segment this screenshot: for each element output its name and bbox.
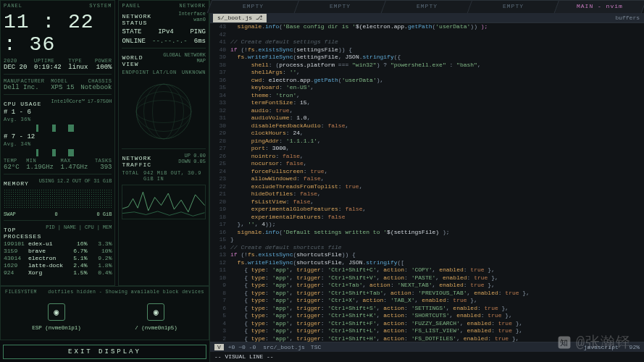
online-label: ONLINE — [122, 38, 145, 45]
process-row[interactable]: 3159brave6.7%10% — [4, 248, 112, 254]
type-value: linux — [68, 64, 88, 71]
editor-tab[interactable]: EMPTY — [380, 0, 472, 13]
code-line[interactable]: 9 { type: 'app', trigger: 'Ctrl+Tab', ac… — [213, 282, 644, 290]
min-value: 1.19GHz — [26, 164, 54, 171]
code-line[interactable]: 29 clockHours: 24, — [213, 130, 644, 138]
code-line[interactable]: 3 { type: 'app', trigger: 'Ctrl+Shift+L'… — [213, 327, 644, 335]
code-line[interactable]: 39 fs.writeFileSync(settingsFile, JSON.s… — [213, 54, 644, 62]
chassis-label: CHASSIS — [88, 78, 112, 84]
traffic-summary: UP 0.00 DOWN 0.05 — [170, 153, 206, 168]
editor-tab[interactable]: EMPTY — [294, 0, 386, 13]
code-line[interactable]: 35 keyboard: 'en-US', — [213, 84, 644, 92]
cpu-chip: Intel®Core™ i7-9750H — [51, 98, 112, 107]
editor-tab[interactable]: EMPTY — [207, 0, 299, 13]
process-row[interactable]: 43014electron5.1%9.2% — [4, 255, 112, 261]
code-line[interactable]: 17 }, '', 4)); — [213, 221, 644, 229]
code-line[interactable]: 42 — [213, 31, 644, 39]
status-path: src/_boot.js — [263, 344, 305, 350]
power-value: 100% — [96, 64, 112, 71]
code-line[interactable]: 43 signale.info('Base config dir is '$(e… — [213, 23, 644, 31]
procs-head-name: NAME — [64, 224, 76, 240]
code-line[interactable]: 5 { type: 'app', trigger: 'Ctrl+Shift+K'… — [213, 312, 644, 320]
uptime-label: UPTIME — [34, 58, 54, 64]
editor-tabs: EMPTYEMPTYEMPTYEMPTYMAIN - nvim — [210, 0, 644, 13]
maker-label: MANUFACTURER — [4, 78, 44, 84]
type-label: TYPE — [68, 58, 82, 64]
mode-badge: V — [214, 344, 224, 350]
code-line[interactable]: 22 excludeThreadsFromToplist: true, — [213, 183, 644, 191]
editor-tab[interactable]: MAIN - nvim — [554, 0, 644, 13]
swap-label: SWAP — [4, 211, 16, 217]
code-line[interactable]: 7 { type: 'app', trigger: 'Ctrl+X', acti… — [213, 297, 644, 305]
code-line[interactable]: 28 pingAddr: '1.1.1.1', — [213, 138, 644, 146]
code-line[interactable]: 10 { type: 'app', trigger: 'Ctrl+Shift+V… — [213, 274, 644, 282]
process-row[interactable]: 924Xorg1.5%0.4% — [4, 269, 112, 276]
code-line[interactable]: 21 hideDotfiles: false, — [213, 190, 644, 198]
drive-icon: ◉ — [48, 303, 65, 321]
power-label: POWER — [95, 58, 112, 64]
command-line[interactable]: -- VISUAL LINE -- — [210, 352, 644, 362]
code-line[interactable]: 30 disableFeedbackAudio: false, — [213, 122, 644, 130]
procs-head-pid: PID — [46, 224, 55, 240]
buffers-label: buffers — [615, 14, 640, 21]
temp-value: 62°C — [4, 164, 20, 171]
code-line[interactable]: 8 { type: 'app', trigger: 'Ctrl+Shift+Ta… — [213, 290, 644, 298]
code-line[interactable]: 4 { type: 'app', trigger: 'Ctrl+Shift+F'… — [213, 320, 644, 328]
code-line[interactable]: 14// Create default shortcuts file — [213, 244, 644, 252]
code-line[interactable]: 18 experimentalFeatures: false — [213, 214, 644, 222]
status-ft-tag: TSC — [311, 344, 321, 350]
exit-button[interactable]: EXIT DISPLAY — [3, 345, 206, 359]
code-line[interactable]: 23 allowWindowed: false, — [213, 175, 644, 183]
code-line[interactable]: 13if (!fs.existsSync(shortcutsFile)) { — [213, 251, 644, 259]
svg-point-5 — [136, 84, 191, 139]
code-line[interactable]: 6 { type: 'app', trigger: 'Ctrl+Shift+S'… — [213, 305, 644, 313]
code-line[interactable]: 40if (!fs.existsSync(settingsFile)) { — [213, 46, 644, 54]
code-line[interactable]: 26 nointro: false, — [213, 153, 644, 161]
cpu-title: CPU USAGE — [4, 101, 41, 107]
code-line[interactable]: 19 experimentalGlobeFeatures: false, — [213, 206, 644, 214]
code-line[interactable]: 2 { type: 'app', trigger: 'Ctrl+Shift+H'… — [213, 335, 644, 342]
maker-value: Dell Inc. — [4, 84, 39, 91]
code-line[interactable]: 12 fs.writeFileSync(shortcutsFile, JSON.… — [213, 259, 644, 267]
code-line[interactable]: 32 audio: true, — [213, 107, 644, 115]
code-area[interactable]: 43 signale.info('Base config dir is '$(e… — [210, 23, 644, 342]
code-line[interactable]: 36 cwd: electron.app.getPath('userData')… — [213, 77, 644, 85]
code-line[interactable]: 33 termFontSize: 15, — [213, 99, 644, 107]
cpu-spark-2 — [4, 149, 112, 156]
file-branch-icon: ⎇ — [256, 14, 262, 21]
globe-icon — [122, 77, 206, 146]
network-label: NETWORK — [180, 3, 206, 9]
world-title: WORLD VIEW — [122, 54, 156, 67]
drive-item[interactable]: ◉/ (nvme0n1p5) — [135, 303, 177, 331]
max-label: MAX — [61, 158, 71, 164]
drive-item[interactable]: ◉ESP (nvme0n1p1) — [32, 303, 81, 331]
code-line[interactable]: 27 port: 3000, — [213, 145, 644, 153]
code-line[interactable]: 34 theme: 'tron', — [213, 92, 644, 100]
cpu-spark-1 — [4, 125, 112, 132]
code-line[interactable]: 15} — [213, 236, 644, 244]
svg-point-2 — [136, 91, 191, 131]
code-line[interactable]: 31 audioVolume: 1.0, — [213, 114, 644, 122]
code-line[interactable]: 20 fsListView: false, — [213, 198, 644, 206]
swap-total: 0 GiB — [96, 211, 112, 217]
file-chip[interactable]: s/_boot.js ⎇ — [213, 14, 267, 22]
model-value: XPS 15 — [51, 84, 74, 91]
code-line[interactable]: 38 shell: (process.platform === "win32")… — [213, 62, 644, 70]
procs-head-cpu: CPU — [85, 224, 94, 240]
memory-summary: USING 12.2 OUT OF 31 GiB — [39, 178, 112, 187]
drive-icon: ◉ — [147, 303, 164, 321]
code-line[interactable]: 24 forceFullscreen: true, — [213, 168, 644, 176]
code-line[interactable]: 11 { type: 'app', trigger: 'Ctrl+Shift+C… — [213, 266, 644, 274]
code-line[interactable]: 16 signale.info('Default settings writte… — [213, 229, 644, 237]
code-line[interactable]: 25 nocursor: false, — [213, 160, 644, 168]
editor-tab[interactable]: EMPTY — [467, 0, 559, 13]
code-line[interactable]: 41// Create default settings file — [213, 38, 644, 46]
file-name: s/_boot.js — [217, 14, 252, 21]
process-row[interactable]: 1629latte-dock2.4%1.8% — [4, 262, 112, 269]
process-row[interactable]: 199101edex-ui16%3.3% — [4, 240, 112, 247]
uptime-value: 0:19:42 — [34, 64, 62, 71]
code-line[interactable]: 37 shellArgs: '', — [213, 69, 644, 77]
memory-title: MEMORY — [4, 180, 29, 187]
panel-label-2: PANEL — [122, 3, 141, 9]
max-value: 1.47GHz — [61, 164, 88, 171]
